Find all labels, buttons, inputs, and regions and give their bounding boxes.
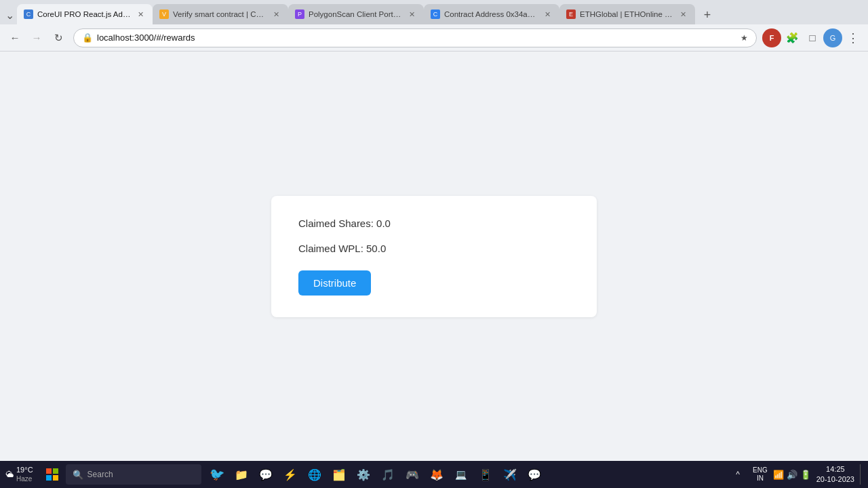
search-label: Search — [87, 470, 113, 479]
address-text: localhost:3000/#/rewards — [97, 33, 736, 43]
taskbar-terminal-app[interactable]: 💻 — [451, 464, 471, 485]
taskbar-skype-app[interactable]: 💬 — [524, 464, 545, 485]
tab-polygon[interactable]: P PolygonScan Client Portal and S... ✕ — [288, 4, 424, 24]
profile-icon[interactable]: F — [762, 28, 781, 47]
svg-rect-2 — [46, 475, 52, 481]
browser-chrome: ⌄ C CoreUI PRO React.js Admin Tem... ✕ V… — [0, 0, 868, 52]
svg-rect-0 — [46, 468, 52, 474]
toolbar: ← → ↻ 🔒 localhost:3000/#/rewards ★ F 🧩 □… — [0, 24, 868, 52]
menu-button[interactable]: ⋮ — [844, 28, 863, 47]
tab-title-coinsbe: Verify smart contract | CoinsBe... — [173, 10, 267, 18]
taskbar: 🌥 19°C Haze 🔍 Search 🐦 📁 💬 ⚡ 🌐 🗂️ ⚙️ 🎵 🎮… — [0, 461, 868, 488]
account-button[interactable]: G — [823, 28, 842, 47]
tab-favicon-ethglobal: E — [566, 9, 576, 19]
tab-overflow-btn[interactable]: ⌄ — [3, 5, 17, 24]
new-tab-button[interactable]: + — [698, 5, 717, 24]
weather-condition: Haze — [16, 475, 33, 483]
wifi-icon[interactable]: 📶 — [773, 470, 784, 480]
tab-title-ethglobal: ETHGlobal | ETHOnline 2023 — [580, 10, 673, 18]
taskbar-vscode-app[interactable]: ⚡ — [280, 464, 300, 485]
tab-title-contract: Contract Address 0x34a6ae7e80... — [444, 10, 538, 18]
taskbar-language[interactable]: ENG IN — [753, 466, 768, 483]
tab-favicon-coreui: C — [24, 9, 33, 19]
clock-date: 20-10-2023 — [816, 474, 854, 485]
rewards-card: Claimed Shares: 0.0 Claimed WPL: 50.0 Di… — [271, 196, 597, 317]
svg-rect-1 — [53, 468, 58, 474]
tab-close-polygon[interactable]: ✕ — [406, 9, 417, 20]
tab-close-contract[interactable]: ✕ — [542, 9, 553, 20]
tab-favicon-coinsbe: V — [159, 9, 169, 19]
tab-bar: ⌄ C CoreUI PRO React.js Admin Tem... ✕ V… — [0, 0, 868, 24]
svg-rect-3 — [53, 475, 58, 481]
back-button[interactable]: ← — [5, 28, 24, 47]
distribute-button[interactable]: Distribute — [298, 270, 371, 296]
taskbar-search-box[interactable]: 🔍 Search — [66, 464, 201, 485]
reload-button[interactable]: ↻ — [49, 28, 68, 47]
tab-close-coinsbe[interactable]: ✕ — [271, 9, 281, 20]
extensions-button[interactable]: 🧩 — [783, 28, 802, 47]
taskbar-files-app[interactable]: 🗂️ — [329, 464, 349, 485]
taskbar-folder-app[interactable]: 📁 — [231, 464, 252, 485]
page-content: Claimed Shares: 0.0 Claimed WPL: 50.0 Di… — [0, 52, 868, 461]
weather-icon: 🌥 — [5, 470, 14, 479]
search-icon: 🔍 — [73, 470, 83, 480]
battery-icon[interactable]: 🔋 — [800, 470, 811, 480]
tab-favicon-contract: C — [431, 9, 440, 19]
tab-coinsbe[interactable]: V Verify smart contract | CoinsBe... ✕ — [153, 4, 288, 24]
toolbar-right-buttons: F 🧩 □ G ⋮ — [762, 28, 863, 47]
tab-close-ethglobal[interactable]: ✕ — [677, 9, 688, 20]
forward-button[interactable]: → — [27, 28, 46, 47]
volume-icon[interactable]: 🔊 — [787, 470, 797, 480]
tab-title-polygon: PolygonScan Client Portal and S... — [309, 10, 402, 18]
system-icons: 📶 🔊 🔋 — [773, 470, 811, 480]
star-icon[interactable]: ★ — [741, 33, 748, 43]
start-button[interactable] — [41, 464, 63, 485]
taskbar-music-app[interactable]: 🎵 — [378, 464, 398, 485]
taskbar-bird-app[interactable]: 🐦 — [207, 464, 227, 485]
taskbar-telegram-app[interactable]: ✈️ — [500, 464, 520, 485]
tab-contract[interactable]: C Contract Address 0x34a6ae7e80... ✕ — [424, 4, 559, 24]
taskbar-app-icons: 🐦 📁 💬 ⚡ 🌐 🗂️ ⚙️ 🎵 🎮 🦊 💻 📱 ✈️ 💬 — [207, 464, 545, 485]
lock-icon: 🔒 — [82, 33, 93, 43]
sidebar-button[interactable]: □ — [803, 28, 822, 47]
tab-coreui[interactable]: C CoreUI PRO React.js Admin Tem... ✕ — [17, 4, 153, 24]
show-desktop-button[interactable] — [860, 464, 863, 485]
taskbar-chat-app[interactable]: 💬 — [256, 464, 276, 485]
tab-title-coreui: CoreUI PRO React.js Admin Tem... — [37, 10, 131, 18]
taskbar-weather[interactable]: 🌥 19°C Haze — [5, 466, 33, 483]
region-code: IN — [757, 474, 764, 483]
system-tray-expand[interactable]: ^ — [728, 465, 747, 484]
temperature: 19°C — [16, 466, 33, 474]
tab-favicon-polygon: P — [295, 9, 304, 19]
taskbar-right: ^ ENG IN 📶 🔊 🔋 14:25 20-10-2023 — [728, 464, 863, 485]
language-code: ENG — [753, 466, 768, 474]
tab-ethglobal[interactable]: E ETHGlobal | ETHOnline 2023 ✕ — [559, 4, 695, 24]
claimed-wpl: Claimed WPL: 50.0 — [298, 243, 570, 254]
taskbar-whatsapp-app[interactable]: 📱 — [475, 464, 496, 485]
address-bar[interactable]: 🔒 localhost:3000/#/rewards ★ — [73, 28, 757, 47]
page-area: ⌄ C CoreUI PRO React.js Admin Tem... ✕ V… — [0, 0, 868, 461]
clock-time: 14:25 — [826, 464, 845, 474]
taskbar-discord-app[interactable]: 🎮 — [402, 464, 422, 485]
taskbar-clock[interactable]: 14:25 20-10-2023 — [816, 464, 854, 485]
claimed-shares: Claimed Shares: 0.0 — [298, 218, 570, 229]
taskbar-metamask-app[interactable]: 🦊 — [427, 464, 447, 485]
tab-close-coreui[interactable]: ✕ — [135, 9, 146, 20]
taskbar-chrome-app[interactable]: 🌐 — [304, 464, 325, 485]
taskbar-settings-app[interactable]: ⚙️ — [353, 464, 374, 485]
